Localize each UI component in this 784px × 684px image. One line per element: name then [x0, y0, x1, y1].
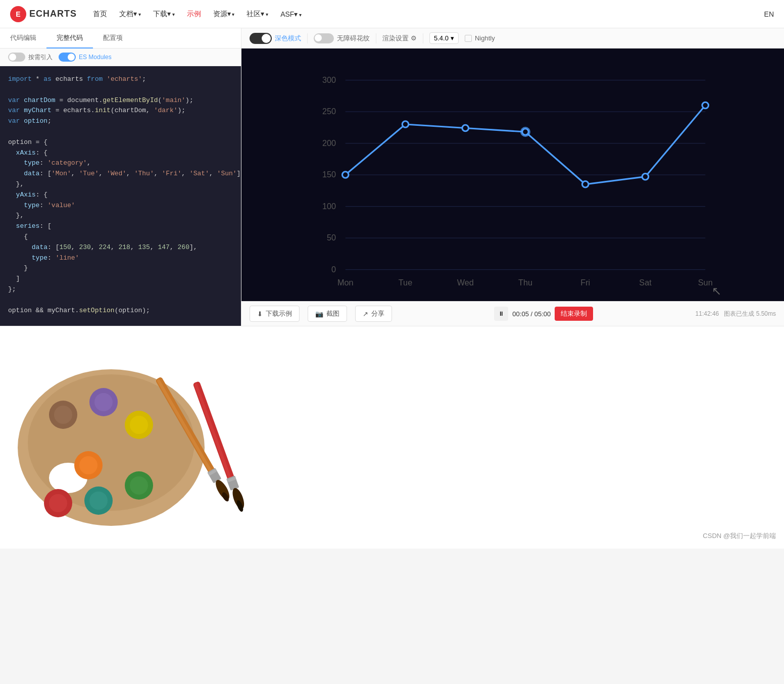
code-line: option && myChart.setOption(option);	[8, 306, 233, 316]
bottom-actions: ⬇ 下载示例 📷 截图 ↗ 分享	[250, 306, 392, 322]
svg-text:Thu: Thu	[518, 278, 532, 287]
svg-point-24	[462, 125, 469, 131]
svg-text:Tue: Tue	[399, 278, 412, 287]
svg-point-26	[582, 181, 589, 188]
auto-import-group: 按需引入	[8, 53, 53, 62]
tab-code-edit[interactable]: 代码编辑	[0, 28, 46, 48]
svg-text:50: 50	[327, 233, 336, 242]
code-editor[interactable]: import * as echarts from 'echarts'; var …	[0, 66, 241, 326]
csdn-credit: CSDN @我们一起学前端	[703, 531, 776, 541]
dark-mode-toggle[interactable]	[250, 33, 272, 44]
code-line: type: 'category',	[8, 158, 233, 169]
record-status: ⏸ 00:05 / 05:00 结束录制	[494, 307, 593, 321]
editor-tabs: 代码编辑 完整代码 配置项	[0, 28, 241, 48]
render-settings[interactable]: 渲染设置 ⚙	[382, 34, 417, 43]
share-label: 分享	[371, 309, 384, 318]
code-line: data: [150, 230, 224, 218, 135, 147, 260…	[8, 242, 233, 253]
auto-import-label: 按需引入	[28, 53, 53, 62]
code-line: series: [	[8, 221, 233, 232]
svg-text:250: 250	[322, 107, 336, 116]
svg-point-28	[702, 102, 709, 109]
share-btn[interactable]: ↗ 分享	[355, 306, 392, 322]
svg-text:Mon: Mon	[337, 278, 354, 287]
editor-toolbar: 按需引入 ES Modules	[0, 48, 241, 66]
svg-point-39	[130, 416, 148, 434]
svg-text:100: 100	[322, 202, 336, 211]
version-selector[interactable]: 5.4.0 ▾	[429, 32, 459, 44]
dark-mode-knob	[262, 34, 271, 43]
code-line	[8, 85, 233, 95]
code-line: var myChart = echarts.init(chartDom, 'da…	[8, 106, 233, 116]
nav-resources[interactable]: 资源▾	[213, 8, 235, 21]
editor-section: 代码编辑 完整代码 配置项 按需引入 ES Modules import * a…	[0, 28, 784, 326]
download-label: 下载示例	[266, 309, 292, 318]
svg-point-37	[94, 393, 113, 411]
status-msg: 图表已生成 5.50ms	[724, 310, 776, 317]
chart-container: 0 50 100 150 200 250 300 Mon Tue Wed Thu…	[241, 48, 784, 301]
download-btn[interactable]: ⬇ 下载示例	[250, 306, 300, 322]
tab-config[interactable]: 配置项	[93, 28, 133, 48]
dark-mode-label: 深色模式	[275, 34, 301, 43]
pause-button[interactable]: ⏸	[494, 307, 508, 321]
svg-point-27	[642, 174, 649, 180]
code-line: xAxis: {	[8, 148, 233, 159]
code-line: var chartDom = document.getElementById('…	[8, 95, 233, 106]
code-line: }	[8, 263, 233, 274]
info-area: CSDN @我们一起学前端	[283, 326, 784, 549]
code-line: type: 'line'	[8, 253, 233, 264]
preview-toolbar: 深色模式 无障碍花纹 渲染设置 ⚙ 5.4.0 ▾ Nightly	[241, 28, 784, 48]
bottom-section: CSDN @我们一起学前端	[0, 326, 784, 549]
svg-text:300: 300	[322, 75, 336, 84]
svg-point-45	[89, 492, 108, 510]
separator	[307, 33, 308, 43]
screenshot-btn[interactable]: 📷 截图	[308, 306, 347, 322]
nav-download[interactable]: 下载▾	[153, 8, 175, 21]
share-icon: ↗	[363, 310, 368, 318]
dark-mode-group: 深色模式	[250, 33, 301, 44]
svg-point-43	[130, 476, 148, 495]
nav-links: 首页 文档▾ 下载▾ 示例 资源▾ 社区▾ ASF▾	[93, 8, 764, 21]
auto-import-toggle[interactable]	[8, 53, 25, 62]
separator	[376, 33, 376, 43]
camera-icon: 📷	[315, 310, 323, 318]
accessible-label: 无障碍花纹	[337, 34, 370, 43]
nightly-checkbox[interactable]	[465, 35, 472, 42]
nav-docs[interactable]: 文档▾	[119, 8, 141, 21]
logo-icon: E	[10, 6, 26, 22]
stop-record-button[interactable]: 结束录制	[555, 307, 593, 321]
es-modules-group: ES Modules	[59, 53, 112, 62]
nav-home[interactable]: 首页	[93, 8, 107, 21]
code-line	[8, 295, 233, 306]
render-settings-label: 渲染设置	[382, 34, 409, 43]
status-text: 11:42:46 图表已生成 5.50ms	[696, 310, 776, 318]
svg-point-23	[402, 121, 409, 128]
status-time: 11:42:46	[696, 310, 719, 317]
es-modules-toggle[interactable]	[59, 53, 76, 62]
es-modules-label: ES Modules	[79, 54, 112, 61]
download-icon: ⬇	[257, 310, 263, 318]
nav-examples[interactable]: 示例	[187, 8, 201, 21]
logo: E ECHARTS	[10, 6, 77, 22]
nav-lang[interactable]: EN	[764, 10, 774, 18]
code-line: };	[8, 284, 233, 295]
svg-text:Fri: Fri	[580, 278, 590, 287]
separator	[423, 33, 423, 43]
svg-point-22	[342, 172, 349, 178]
code-line: },	[8, 211, 233, 221]
nav-asf[interactable]: ASF▾	[280, 8, 302, 20]
tab-full-code[interactable]: 完整代码	[46, 28, 93, 48]
svg-text:Sat: Sat	[639, 278, 652, 287]
accessible-toggle[interactable]	[314, 33, 334, 43]
logo-text: ECHARTS	[29, 9, 77, 19]
timer-text: 00:05 / 05:00	[512, 310, 551, 318]
code-line: ]	[8, 274, 233, 284]
code-line: import * as echarts from 'echarts';	[8, 74, 233, 85]
code-line	[8, 127, 233, 137]
svg-text:Wed: Wed	[457, 278, 474, 287]
svg-point-35	[54, 406, 72, 424]
nightly-group: Nightly	[465, 34, 495, 42]
auto-import-knob	[9, 54, 16, 61]
nav-community[interactable]: 社区▾	[247, 8, 268, 21]
code-line: var option;	[8, 116, 233, 127]
palette-area	[0, 326, 283, 549]
